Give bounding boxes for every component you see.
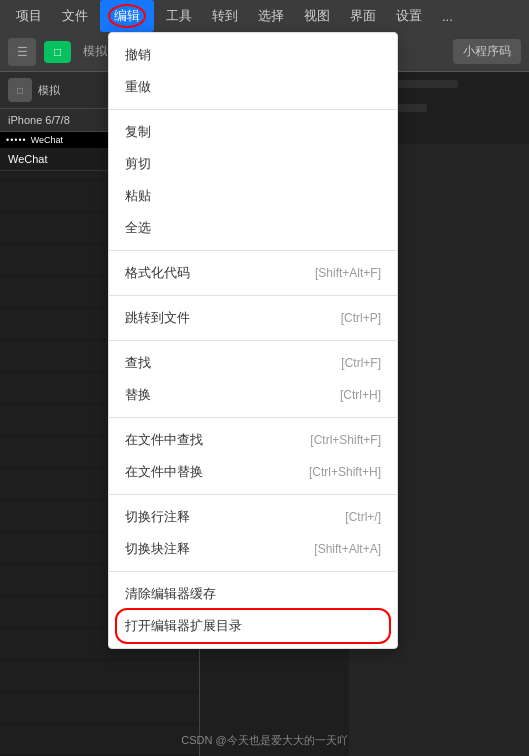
divider-6 — [109, 494, 397, 495]
menu-group-1: 撤销 重做 — [109, 37, 397, 105]
simulator-icon: □ — [8, 78, 32, 102]
divider-7 — [109, 571, 397, 572]
menu-group-7: 切换行注释 [Ctrl+/] 切换块注释 [Shift+Alt+A] — [109, 499, 397, 567]
wechat-title: WeChat — [8, 153, 48, 165]
ctx-find[interactable]: 查找 [Ctrl+F] — [109, 347, 397, 379]
iphone-label: iPhone 6/7/8 — [8, 114, 70, 126]
menu-item-view[interactable]: 视图 — [296, 3, 338, 29]
ctx-cut[interactable]: 剪切 — [109, 148, 397, 180]
divider-2 — [109, 250, 397, 251]
menu-item-settings[interactable]: 设置 — [388, 3, 430, 29]
ctx-goto-file[interactable]: 跳转到文件 [Ctrl+P] — [109, 302, 397, 334]
menu-group-4: 跳转到文件 [Ctrl+P] — [109, 300, 397, 336]
menu-item-goto[interactable]: 转到 — [204, 3, 246, 29]
ctx-replace-in-files[interactable]: 在文件中替换 [Ctrl+Shift+H] — [109, 456, 397, 488]
device-label: 模拟 — [83, 43, 107, 60]
menu-item-project[interactable]: 项目 — [8, 3, 50, 29]
ctx-redo[interactable]: 重做 — [109, 71, 397, 103]
menu-item-tools[interactable]: 工具 — [158, 3, 200, 29]
divider-3 — [109, 295, 397, 296]
menu-item-interface[interactable]: 界面 — [342, 3, 384, 29]
ctx-format[interactable]: 格式化代码 [Shift+Alt+F] — [109, 257, 397, 289]
ctx-toggle-block-comment[interactable]: 切换块注释 [Shift+Alt+A] — [109, 533, 397, 565]
menu-group-2: 复制 剪切 粘贴 全选 — [109, 114, 397, 246]
ctx-paste[interactable]: 粘贴 — [109, 180, 397, 212]
miniprogram-btn[interactable]: 小程序码 — [453, 39, 521, 64]
ctx-copy[interactable]: 复制 — [109, 116, 397, 148]
menu-group-6: 在文件中查找 [Ctrl+Shift+F] 在文件中替换 [Ctrl+Shift… — [109, 422, 397, 490]
menu-item-file[interactable]: 文件 — [54, 3, 96, 29]
ctx-toggle-line-comment[interactable]: 切换行注释 [Ctrl+/] — [109, 501, 397, 533]
context-menu: 撤销 重做 复制 剪切 粘贴 全选 格式化代码 [Shift+Alt+F] 跳转 — [108, 32, 398, 649]
watermark: CSDN @今天也是爱大大的一天吖 — [181, 733, 347, 748]
divider-1 — [109, 109, 397, 110]
menu-group-5: 查找 [Ctrl+F] 替换 [Ctrl+H] — [109, 345, 397, 413]
edit-circle-highlight: 编辑 — [108, 4, 146, 28]
menu-bar: 项目 文件 编辑 工具 转到 选择 视图 界面 设置 ... — [0, 0, 529, 32]
ctx-clear-cache[interactable]: 清除编辑器缓存 — [109, 578, 397, 610]
menu-group-3: 格式化代码 [Shift+Alt+F] — [109, 255, 397, 291]
menu-icon[interactable]: ☰ — [8, 38, 36, 66]
divider-5 — [109, 417, 397, 418]
status-dots: ••••• — [6, 135, 27, 145]
menu-item-select[interactable]: 选择 — [250, 3, 292, 29]
new-page-button[interactable]: □ — [44, 41, 71, 63]
ctx-undo[interactable]: 撤销 — [109, 39, 397, 71]
menu-group-8: 清除编辑器缓存 打开编辑器扩展目录 — [109, 576, 397, 644]
ctx-open-ext-dir[interactable]: 打开编辑器扩展目录 — [109, 610, 397, 642]
wechat-text: WeChat — [31, 135, 63, 145]
menu-item-more[interactable]: ... — [434, 5, 461, 28]
sim-device-label: 模拟 — [38, 83, 60, 98]
ctx-select-all[interactable]: 全选 — [109, 212, 397, 244]
ctx-find-in-files[interactable]: 在文件中查找 [Ctrl+Shift+F] — [109, 424, 397, 456]
divider-4 — [109, 340, 397, 341]
ctx-replace[interactable]: 替换 [Ctrl+H] — [109, 379, 397, 411]
menu-item-edit[interactable]: 编辑 — [100, 0, 154, 32]
